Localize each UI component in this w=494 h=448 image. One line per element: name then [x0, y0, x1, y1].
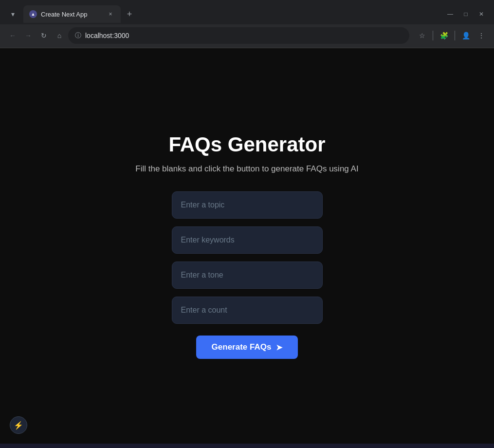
generate-faqs-button[interactable]: Generate FAQs ➤	[196, 336, 298, 359]
generate-button-label: Generate FAQs	[212, 342, 272, 352]
keywords-input[interactable]	[172, 226, 323, 254]
profile-dropdown-btn[interactable]: ▾	[6, 7, 19, 21]
security-icon: ⓘ	[75, 31, 81, 40]
divider-2	[455, 31, 455, 40]
close-button[interactable]: ✕	[475, 7, 488, 21]
browser-controls-left: ▾	[6, 7, 19, 21]
tab-close-button[interactable]: ×	[106, 10, 115, 19]
page-subtitle: Fill the blanks and click the button to …	[135, 164, 358, 174]
page-title: FAQs Generator	[168, 133, 325, 156]
minimize-button[interactable]: —	[443, 7, 457, 21]
profile-button[interactable]: 👤	[459, 29, 473, 42]
tab-bar: ▲ Create Next App × +	[23, 5, 443, 23]
main-container: FAQs Generator Fill the blanks and click…	[0, 133, 494, 359]
lightning-icon: ⚡	[14, 421, 23, 430]
window-controls: — □ ✕	[443, 7, 488, 21]
home-button[interactable]: ⌂	[53, 29, 66, 42]
lightning-button[interactable]: ⚡	[10, 416, 27, 434]
url-input[interactable]	[85, 32, 403, 39]
extensions-button[interactable]: 🧩	[437, 29, 451, 42]
maximize-button[interactable]: □	[459, 7, 473, 21]
tab-favicon: ▲	[29, 10, 37, 18]
page-content: FAQs Generator Fill the blanks and click…	[0, 48, 494, 444]
menu-button[interactable]: ⋮	[475, 29, 488, 42]
address-bar[interactable]: ⓘ	[68, 27, 409, 44]
reload-button[interactable]: ↻	[37, 29, 51, 42]
browser-title-bar: ▾ ▲ Create Next App × + — □ ✕	[0, 0, 494, 24]
active-tab[interactable]: ▲ Create Next App ×	[23, 5, 121, 23]
forward-button[interactable]: →	[21, 29, 35, 42]
tone-input[interactable]	[172, 261, 323, 289]
form-container: Generate FAQs ➤	[0, 191, 494, 359]
tab-title: Create Next App	[41, 11, 102, 18]
new-tab-button[interactable]: +	[123, 7, 136, 21]
topic-input[interactable]	[172, 191, 323, 219]
address-bar-row: ← → ↻ ⌂ ⓘ ☆ 🧩 👤 ⋮	[0, 24, 494, 48]
send-icon: ➤	[276, 343, 282, 352]
address-bar-actions: ☆ 🧩 👤 ⋮	[415, 29, 488, 42]
browser-chrome: ▾ ▲ Create Next App × + — □ ✕ ← → ↻ ⌂ ⓘ	[0, 0, 494, 48]
count-input[interactable]	[172, 297, 323, 324]
divider	[433, 31, 433, 40]
back-button[interactable]: ←	[6, 29, 19, 42]
bookmark-button[interactable]: ☆	[415, 29, 429, 42]
